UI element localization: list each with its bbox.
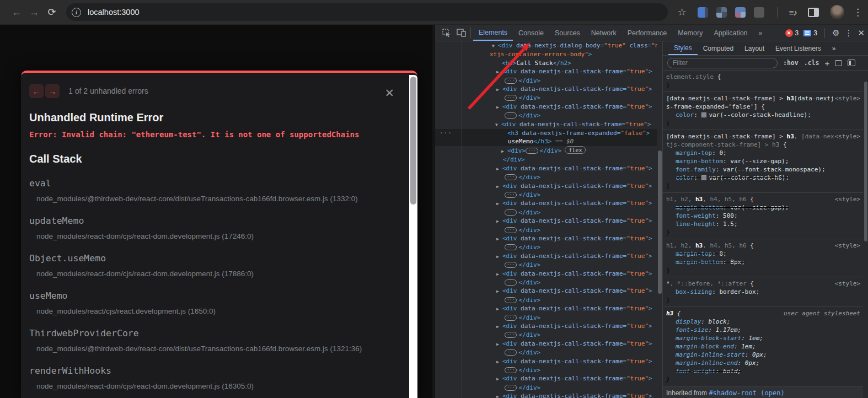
tab-console[interactable]: Console bbox=[513, 25, 549, 41]
dom-tree-row[interactable]: xtjs-container-errors-body"> bbox=[435, 50, 657, 58]
dom-tree-row[interactable]: ▶<div>···</div>flex bbox=[435, 146, 657, 155]
dom-tree-row[interactable]: ▶<div data-nextjs-call-stack-frame="true… bbox=[435, 374, 657, 383]
dom-tree-row[interactable]: ···</div> bbox=[435, 296, 657, 304]
dom-tree-row[interactable]: ▶<div data-nextjs-call-stack-frame="true… bbox=[435, 182, 657, 191]
styles-filter-input[interactable] bbox=[667, 58, 778, 68]
css-property[interactable]: margin-inline-end: 0px; bbox=[666, 359, 861, 367]
toggle-sidebar-icon[interactable] bbox=[848, 60, 855, 66]
color-swatch[interactable] bbox=[701, 175, 706, 180]
address-bar[interactable]: i localhost:3000 bbox=[66, 3, 668, 21]
dom-tree-row[interactable]: ▶<div data-nextjs-call-stack-frame="true… bbox=[435, 340, 657, 348]
issues-badge[interactable]: 3 bbox=[803, 29, 817, 37]
tab-computed[interactable]: Computed bbox=[698, 41, 739, 55]
elements-scrollbar-thumb[interactable] bbox=[658, 150, 662, 294]
css-property[interactable]: margin-bottom: 8px; bbox=[666, 258, 861, 266]
rule-origin[interactable]: <style> bbox=[835, 195, 860, 203]
rule-origin[interactable]: <style> bbox=[835, 132, 860, 141]
dom-tree-row[interactable]: ▶<div data-nextjs-call-stack-frame="true… bbox=[435, 199, 657, 208]
dom-tree-row[interactable]: ▼<div data-nextjs-call-stack-frame="true… bbox=[435, 120, 657, 129]
styles-scrollbar-thumb[interactable] bbox=[864, 82, 867, 241]
side-panel-icon[interactable] bbox=[808, 8, 819, 17]
css-property[interactable]: margin-inline-start: 0px; bbox=[666, 351, 861, 359]
tab--[interactable]: » bbox=[827, 41, 842, 55]
dom-tree-row[interactable]: ···</div> bbox=[435, 191, 657, 199]
dom-tree-row[interactable]: ···</div> bbox=[435, 261, 657, 269]
dom-tree-row[interactable]: ···</div> bbox=[435, 384, 657, 392]
toggle-element-state-button[interactable]: :hov bbox=[783, 59, 799, 67]
css-property[interactable]: font-weight: bold; bbox=[666, 367, 861, 375]
call-stack-frame[interactable]: updateMemonode_modules/react-dom/cjs/rea… bbox=[29, 216, 393, 240]
call-stack-frame[interactable]: renderWithHooksnode_modules/react-dom/cj… bbox=[29, 365, 393, 390]
extension-icon-1[interactable] bbox=[698, 7, 708, 18]
css-property[interactable]: margin-block-start: 1em; bbox=[666, 334, 861, 342]
css-property[interactable]: font-weight: 500; bbox=[666, 212, 861, 220]
dom-tree-row[interactable]: ···</div> bbox=[435, 208, 657, 217]
call-stack-frame[interactable]: Object.useMemonode_modules/react-dom/cjs… bbox=[29, 253, 393, 278]
back-button[interactable]: ← bbox=[8, 3, 25, 21]
dom-tree-row[interactable]: ···</div> bbox=[435, 331, 657, 339]
dom-tree-row[interactable]: ···</div> bbox=[435, 173, 657, 181]
settings-gear-icon[interactable]: ⚙ bbox=[832, 28, 839, 38]
dom-tree-row[interactable]: ···</div> bbox=[435, 226, 657, 234]
call-stack-frame[interactable]: useMemonode_modules/react/cjs/react.deve… bbox=[29, 291, 393, 315]
forward-button[interactable]: → bbox=[25, 3, 43, 21]
media-controls-icon[interactable]: ≡♪ bbox=[789, 8, 797, 17]
css-property[interactable]: margin-block-end: 1em; bbox=[666, 342, 861, 351]
css-property[interactable]: font-size: 1.17em; bbox=[666, 326, 861, 334]
rendering-emulation-icon[interactable] bbox=[835, 60, 842, 66]
dom-tree-row[interactable]: </div> bbox=[435, 155, 657, 164]
dom-tree-row[interactable]: ···<h3 data-nextjs-frame-expanded="false… bbox=[435, 129, 657, 137]
profile-avatar[interactable] bbox=[830, 5, 844, 19]
style-rule[interactable]: element.style {} bbox=[663, 71, 863, 92]
console-errors-badge[interactable]: ✕ 3 bbox=[785, 29, 799, 37]
tab--[interactable]: » bbox=[753, 25, 768, 41]
next-error-button[interactable]: → bbox=[45, 84, 60, 98]
tab-elements[interactable]: Elements bbox=[473, 25, 513, 41]
dom-tree-row[interactable]: ▶<div data-nextjs-call-stack-frame="true… bbox=[435, 304, 657, 313]
css-property[interactable]: margin-bottom: var(--size-gap); bbox=[666, 157, 861, 165]
dom-tree-row[interactable]: ▶<div data-nextjs-call-stack-frame="true… bbox=[435, 234, 657, 243]
dom-tree-row[interactable]: <h2>Call Stack</h2> bbox=[435, 59, 657, 67]
site-info-icon[interactable]: i bbox=[72, 8, 81, 17]
dom-tree-row[interactable]: ▶<div data-nextjs-call-stack-frame="true… bbox=[435, 103, 657, 111]
dom-tree-row[interactable]: ···</div> bbox=[435, 278, 657, 287]
dom-tree-row[interactable]: ▶<div data-nextjs-call-stack-frame="true… bbox=[435, 217, 657, 225]
dom-tree-row[interactable]: ▶<div data-nextjs-call-stack-frame="true… bbox=[435, 287, 657, 295]
dom-tree-row[interactable]: ···</div> bbox=[435, 94, 657, 102]
tab-layout[interactable]: Layout bbox=[739, 41, 770, 55]
dom-tree-row[interactable]: ▶<div data-nextjs-call-stack-frame="true… bbox=[435, 322, 657, 331]
dom-tree-row[interactable]: ▶<div data-nextjs-call-stack-frame="true… bbox=[435, 392, 657, 398]
dom-tree-row[interactable]: ▶<div data-nextjs-call-stack-frame="true… bbox=[435, 85, 657, 94]
style-rule[interactable]: h3 {user agent stylesheetdisplay: block;… bbox=[663, 307, 863, 386]
tab-event-listeners[interactable]: Event Listeners bbox=[770, 41, 827, 55]
dom-tree-row[interactable]: ▶<div data-nextjs-call-stack-frame="true… bbox=[435, 270, 657, 278]
dom-tree-row[interactable]: ▶<div data-nextjs-call-stack-frame="true… bbox=[435, 252, 657, 261]
bookmark-icon[interactable]: ☆ bbox=[678, 6, 687, 18]
inspect-element-icon[interactable] bbox=[440, 25, 454, 41]
dom-tree-row[interactable]: ···</div> bbox=[435, 348, 657, 357]
dom-tree-row[interactable]: ▶<div data-nextjs-call-stack-frame="true… bbox=[435, 164, 657, 173]
css-property[interactable]: margin-top: 0; bbox=[666, 250, 861, 258]
css-property[interactable]: line-height: 1.5; bbox=[666, 220, 861, 228]
tab-network[interactable]: Network bbox=[586, 25, 622, 41]
call-stack-frame[interactable]: evalnode_modules/@thirdweb-dev/react-cor… bbox=[29, 178, 393, 203]
device-toolbar-icon[interactable] bbox=[454, 25, 468, 41]
extension-icon-3[interactable] bbox=[735, 7, 746, 18]
color-swatch[interactable] bbox=[701, 112, 706, 117]
dom-tree-row[interactable]: ···</div> bbox=[435, 314, 657, 322]
close-overlay-icon[interactable]: ✕ bbox=[384, 87, 394, 99]
style-rule[interactable]: h1, h2, h3, h4, h5, h6 {<style>margin-bo… bbox=[663, 193, 863, 239]
tab-memory[interactable]: Memory bbox=[672, 25, 708, 41]
style-rule[interactable]: h1, h2, h3, h4, h5, h6 {<style>margin-to… bbox=[663, 239, 863, 277]
dialog-scrollbar-thumb[interactable] bbox=[410, 77, 416, 205]
css-property[interactable]: margin-bottom: var(--size-gap); bbox=[666, 203, 861, 212]
css-property[interactable]: margin-top: 0; bbox=[666, 149, 861, 157]
tab-application[interactable]: Application bbox=[708, 25, 753, 41]
css-property[interactable]: box-sizing: border-box; bbox=[666, 288, 861, 296]
css-property[interactable]: color: var(--color-stack-h6); bbox=[666, 174, 861, 182]
new-style-rule-icon[interactable]: + bbox=[824, 58, 829, 68]
close-devtools-icon[interactable]: ✕ bbox=[858, 28, 865, 38]
style-rule[interactable]: [data-nextjs-call-stack-frame] > h3, [da… bbox=[663, 130, 863, 193]
tab-styles[interactable]: Styles bbox=[668, 41, 698, 55]
dom-tree-row[interactable]: useMemo</h3> == $0 bbox=[435, 137, 657, 146]
